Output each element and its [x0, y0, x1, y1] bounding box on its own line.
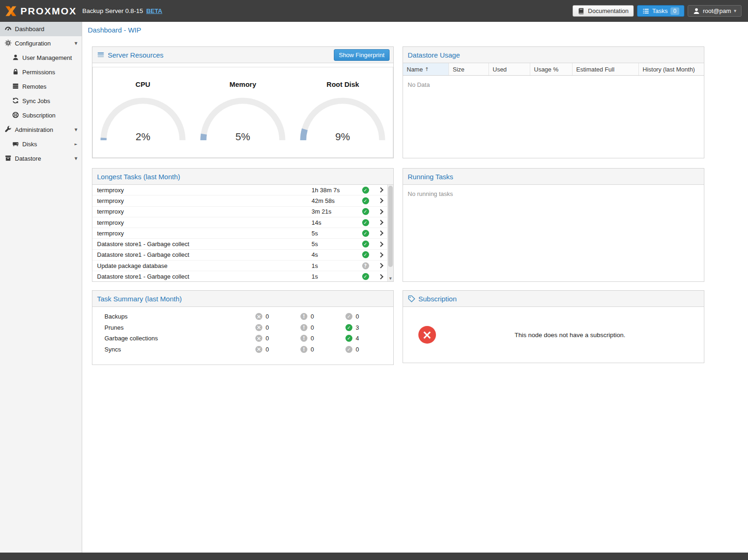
documentation-button[interactable]: Documentation: [572, 5, 633, 17]
page-header: Dashboard - WIP: [82, 22, 748, 35]
task-row[interactable]: termproxy 5s: [92, 228, 387, 239]
gauges: CPU 2% Memory: [92, 67, 393, 158]
chevron-right-icon: [378, 209, 383, 214]
ok-count-icon: [345, 324, 352, 331]
datastore-usage-panel: Datastore Usage Name ↑ Siz: [403, 46, 704, 158]
sort-ascending-icon: ↑: [425, 66, 429, 72]
summary-warnings-cell: 0: [300, 313, 345, 320]
task-row[interactable]: termproxy 14s: [92, 217, 387, 228]
warning-count: 0: [311, 313, 314, 320]
sidebar-item-remotes[interactable]: Remotes: [0, 79, 82, 94]
open-task-button[interactable]: [374, 221, 387, 224]
expander-icon[interactable]: [73, 128, 79, 132]
task-row[interactable]: termproxy 42m 58s: [92, 195, 387, 206]
column-header-name[interactable]: Name ↑: [403, 63, 449, 75]
user-menu-button[interactable]: root@pam ▼: [688, 5, 741, 17]
task-row[interactable]: termproxy 1h 38m 7s: [92, 185, 387, 195]
user-icon: [693, 7, 700, 15]
task-status-icon: [362, 219, 369, 226]
show-fingerprint-button[interactable]: Show Fingerprint: [334, 49, 390, 61]
sidebar-item-label: Datastore: [15, 155, 70, 162]
proxmox-logo: PROXMOX: [5, 6, 77, 17]
sidebar-item-permissions[interactable]: Permissions: [0, 65, 82, 79]
sidebar-item-icon: [12, 140, 19, 149]
subscription-panel: Subscription × This node does not have a…: [403, 290, 704, 363]
sidebar-item-administration[interactable]: Administration: [0, 123, 82, 137]
open-task-button[interactable]: [374, 231, 387, 235]
expander-icon[interactable]: [73, 41, 79, 46]
task-row[interactable]: termproxy 3m 21s: [92, 207, 387, 217]
gauge-value: 5%: [235, 131, 250, 143]
datastore-usage-columns: Name ↑ Size ↑ Used: [403, 63, 704, 76]
column-header-history[interactable]: History (last Month) ↑: [639, 63, 704, 75]
open-task-button[interactable]: [374, 210, 387, 214]
sidebar-item-subscription[interactable]: Subscription: [0, 108, 82, 123]
datastore-usage-title: Datastore Usage: [408, 51, 460, 59]
column-header-label: Usage %: [534, 66, 559, 73]
column-header-estimated-full[interactable]: Estimated Full ↑: [572, 63, 639, 75]
open-task-button[interactable]: [374, 188, 387, 192]
summary-errors-cell: 0: [255, 346, 300, 353]
task-status-icon: [362, 262, 369, 269]
running-tasks-panel: Running Tasks No running tasks: [403, 168, 704, 282]
page-title: Dashboard - WIP: [88, 26, 141, 34]
ok-count: 3: [356, 324, 359, 331]
scroll-down-button[interactable]: ▼: [388, 275, 393, 281]
open-task-button[interactable]: [374, 253, 387, 257]
task-name: termproxy: [97, 208, 312, 215]
task-summary-header: Task Summary (last Month): [92, 291, 393, 307]
task-duration: 1h 38m 7s: [312, 187, 357, 194]
warning-count-icon: [300, 324, 307, 331]
task-row[interactable]: Update package database 1s: [92, 260, 387, 271]
sidebar-item-dashboard[interactable]: Dashboard: [0, 22, 82, 36]
sidebar-item-label: Remotes: [22, 83, 70, 90]
task-name: Datastore store1 - Garbage collect: [97, 273, 312, 280]
documentation-label: Documentation: [588, 7, 628, 14]
tasks-button[interactable]: Tasks 0: [637, 5, 684, 17]
subscription-header: Subscription: [403, 291, 704, 307]
scrollbar-thumb[interactable]: [388, 186, 393, 267]
task-row[interactable]: Datastore store1 - Garbage collect 4s: [92, 250, 387, 260]
top-bar-actions: Documentation Tasks 0 root@pa: [572, 5, 741, 17]
open-task-button[interactable]: [374, 242, 387, 246]
warning-count: 0: [311, 324, 314, 331]
beta-link[interactable]: BETA: [146, 7, 162, 14]
sidebar-item-configuration[interactable]: Configuration: [0, 36, 82, 51]
task-summary-row: Prunes 0 0: [92, 322, 393, 333]
column-header-used[interactable]: Used ↑: [489, 63, 530, 75]
task-row[interactable]: Datastore store1 - Garbage collect 5s: [92, 239, 387, 249]
summary-ok-cell: 4: [345, 335, 390, 342]
chevron-right-icon: [378, 220, 383, 225]
gauge-arc: 9%: [296, 94, 389, 145]
column-header-usage[interactable]: Usage % ↑: [530, 63, 572, 75]
sidebar-item-disks[interactable]: Disks: [0, 137, 82, 151]
expander-icon[interactable]: [73, 142, 79, 146]
sidebar-item-datastore[interactable]: Datastore: [0, 151, 82, 166]
open-task-button[interactable]: [374, 264, 387, 267]
chevron-right-icon: [378, 198, 383, 203]
column-header-size[interactable]: Size ↑: [449, 63, 489, 75]
task-summary-panel: Task Summary (last Month) Backups 0: [92, 290, 394, 365]
chevron-right-icon: [378, 187, 383, 192]
gauge-title: Root Disk: [293, 80, 393, 88]
scrollbar-track[interactable]: ▼: [387, 185, 393, 281]
summary-ok-cell: 0: [345, 313, 390, 320]
open-task-button[interactable]: [374, 275, 387, 279]
summary-errors-cell: 0: [255, 313, 300, 320]
gauge-title: CPU: [93, 80, 193, 88]
sidebar-item-user-management[interactable]: User Management: [0, 51, 82, 65]
expander-icon[interactable]: [73, 156, 79, 161]
ok-count: 0: [356, 313, 359, 320]
sidebar-item-icon: [5, 126, 12, 134]
warning-count-icon: [300, 335, 307, 342]
warning-count-icon: [300, 346, 307, 353]
summary-errors-cell: 0: [255, 324, 300, 331]
task-summary-row: Backups 0 0: [92, 311, 393, 322]
task-row[interactable]: Datastore store1 - Garbage collect 1s: [92, 271, 387, 281]
sidebar-item-sync-jobs[interactable]: Sync Jobs: [0, 94, 82, 108]
task-duration: 42m 58s: [312, 197, 357, 204]
longest-tasks-panel: Longest Tasks (last Month) termproxy 1h …: [92, 168, 394, 282]
error-count-icon: [255, 335, 262, 342]
summary-category-label: Garbage collections: [104, 335, 255, 342]
open-task-button[interactable]: [374, 199, 387, 202]
